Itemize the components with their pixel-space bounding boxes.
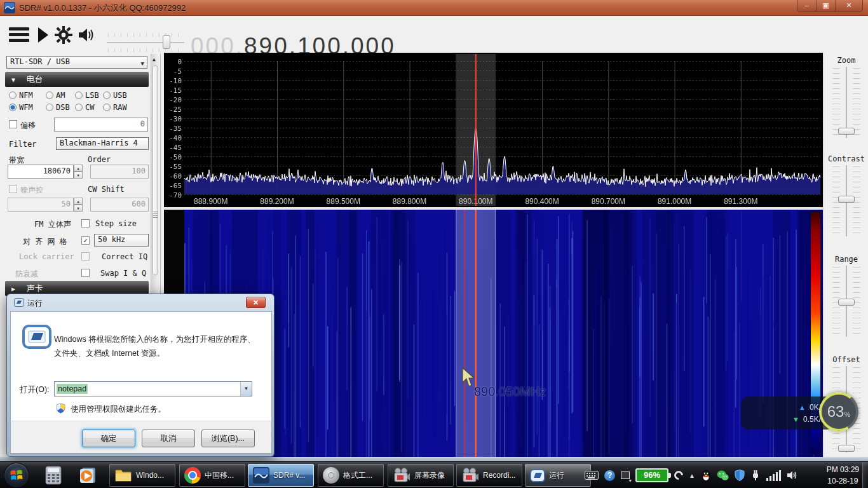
upload-arrow-icon: ▲ [799, 403, 806, 411]
sdrsharp-icon [253, 467, 269, 484]
bandwidth-input[interactable]: 180670 [8, 165, 74, 179]
taskbar-explorer-window[interactable]: Windo... [109, 464, 175, 487]
snap-grid-checkbox[interactable]: ✓ [81, 236, 90, 245]
settings-gear-icon[interactable] [55, 26, 72, 44]
volume-slider-thumb[interactable] [163, 35, 170, 49]
taskbar-sdrsharp-window[interactable]: SDR# v... [248, 464, 314, 487]
mode-radio-cw[interactable]: CW [75, 103, 94, 112]
run-dialog-title: 运行 [27, 298, 43, 309]
correct-iq-label: Correct IQ [102, 252, 147, 261]
shift-checkbox[interactable] [9, 120, 17, 128]
browse-button[interactable]: 浏览(B)... [201, 430, 255, 447]
mode-radio-am[interactable]: AM [46, 91, 65, 100]
taskbar-format-factory-window[interactable]: 格式工... [318, 464, 384, 487]
power-plug-icon[interactable] [750, 470, 761, 481]
start-play-icon[interactable] [38, 27, 48, 43]
uac-shield-icon [55, 403, 66, 414]
hidden-icons-chevron[interactable]: ▲ [689, 472, 695, 479]
run-command-value: notepad [57, 384, 88, 394]
wechat-icon[interactable] [717, 470, 729, 481]
windows-flag-icon [4, 463, 29, 487]
spectrum-display[interactable] [164, 53, 823, 207]
run-dialog[interactable]: 运行 ✕ Windows 将根据您所输入的名称，为您打开相应的程序、 文件夹、文… [6, 294, 275, 457]
power-saver-icon[interactable] [674, 471, 683, 480]
squelch-checkbox[interactable] [9, 185, 17, 193]
help-tray-icon[interactable]: ? [604, 470, 615, 481]
scrollbar-thumb[interactable] [153, 65, 158, 275]
scroll-up-icon[interactable]: ▲ [153, 57, 156, 62]
window-controls: – ▣ ✕ [797, 0, 863, 12]
filter-label: Filter [9, 140, 36, 149]
audio-speaker-icon[interactable] [78, 27, 97, 43]
start-button[interactable] [4, 463, 29, 488]
run-dialog-title-icon [14, 298, 24, 307]
minimize-icon[interactable]: – [797, 0, 817, 11]
zoom-slider[interactable] [832, 67, 860, 138]
contrast-slider[interactable] [832, 165, 860, 236]
run-dialog-titlebar[interactable]: 运行 ✕ [7, 294, 274, 311]
desktop: SDR# v1.0.0.1337 - 小六汉化 QQ:460972992 – ▣… [0, 0, 868, 488]
lock-carrier-checkbox[interactable] [81, 252, 90, 261]
taskbar-media-player-button[interactable] [74, 463, 102, 488]
contrast-slider-thumb[interactable] [838, 196, 855, 203]
security-shield-icon[interactable] [735, 470, 745, 481]
fm-stereo-checkbox[interactable] [81, 219, 90, 227]
window-restore-tray-icon[interactable]: ▼ [621, 471, 630, 479]
section-open-icon: ▼ [11, 76, 15, 83]
step-size-select[interactable]: 50 kHz [94, 234, 149, 247]
combo-dropdown-icon[interactable]: ▼ [240, 382, 252, 396]
source-select[interactable]: RTL-SDR / USB ▼ [6, 56, 147, 69]
taskbar-calculator-button[interactable] [39, 463, 67, 488]
mode-radio-wfm[interactable]: WFM [9, 103, 33, 112]
splitter-grip-icon[interactable] [153, 212, 158, 218]
battery-indicator[interactable]: 96% [635, 468, 668, 482]
cw-shift-label: CW Shift [88, 185, 125, 194]
close-icon[interactable]: ✕ [836, 0, 862, 11]
cancel-button[interactable]: 取消 [142, 430, 195, 447]
qq-icon[interactable] [701, 470, 711, 482]
show-desktop-button[interactable] [862, 462, 868, 488]
taskbar-clock[interactable]: PM 03:29 10-28-19 [827, 464, 859, 487]
range-slider-thumb[interactable] [838, 299, 855, 306]
zoom-slider-thumb[interactable] [838, 128, 855, 135]
menu-icon[interactable] [9, 27, 29, 43]
squelch-stepper[interactable]: ▲▼ [74, 198, 83, 212]
order-input[interactable]: 100 [90, 165, 149, 179]
mode-radio-nfm[interactable]: NFM [9, 91, 33, 100]
filter-select[interactable]: Blackman-Harris 4 [56, 137, 149, 150]
mode-radio-lsb[interactable]: LSB [75, 91, 99, 100]
ok-button[interactable]: 确定 [82, 430, 135, 447]
offset-slider-thumb[interactable] [838, 445, 855, 452]
mode-radio-raw[interactable]: RAW [103, 103, 127, 112]
restore-icon[interactable]: ▣ [817, 0, 836, 11]
range-slider[interactable] [832, 266, 860, 337]
step-size-label: Step size [95, 219, 137, 228]
download-arrow-icon: ▼ [792, 416, 799, 423]
anti-fading-checkbox[interactable] [81, 269, 90, 277]
bandwidth-stepper[interactable]: ▲▼ [74, 165, 83, 179]
clock-date: 10-28-19 [827, 475, 859, 487]
volume-slider[interactable] [107, 41, 184, 44]
run-command-input[interactable]: notepad ▼ [54, 381, 252, 396]
keyboard-icon[interactable] [585, 471, 599, 480]
mode-radio-dsb[interactable]: DSB [46, 103, 70, 112]
fm-stereo-label: FM 立体声 [34, 219, 71, 230]
mode-radio-usb[interactable]: USB [103, 91, 127, 100]
shift-input[interactable]: 0 [54, 118, 148, 132]
cw-shift-input[interactable]: 600 [90, 198, 149, 212]
radio-section-header[interactable]: ▼ 电台 [5, 72, 149, 87]
squelch-input[interactable]: 50 [8, 198, 74, 212]
cursor-frequency-label: 890.050MHz [474, 384, 546, 399]
run-icon [22, 325, 51, 350]
signal-strength-icon[interactable] [766, 470, 781, 481]
anti-fading-label: 防衰减 [15, 269, 38, 280]
taskbar-screen-record-window[interactable]: 屏幕录像 [388, 464, 454, 487]
taskbar-recording-window[interactable]: Recordi... [456, 464, 522, 487]
window-bottom-frame [0, 457, 868, 461]
volume-tray-icon[interactable] [787, 470, 798, 480]
spectrum-canvas[interactable] [164, 53, 823, 207]
window-titlebar[interactable]: SDR# v1.0.0.1337 - 小六汉化 QQ:460972992 – ▣… [0, 0, 868, 16]
run-dialog-close-icon[interactable]: ✕ [246, 297, 266, 308]
taskbar-chrome-window[interactable]: 中国移... [179, 464, 245, 487]
taskbar-run-window[interactable]: 运行 [525, 464, 591, 487]
